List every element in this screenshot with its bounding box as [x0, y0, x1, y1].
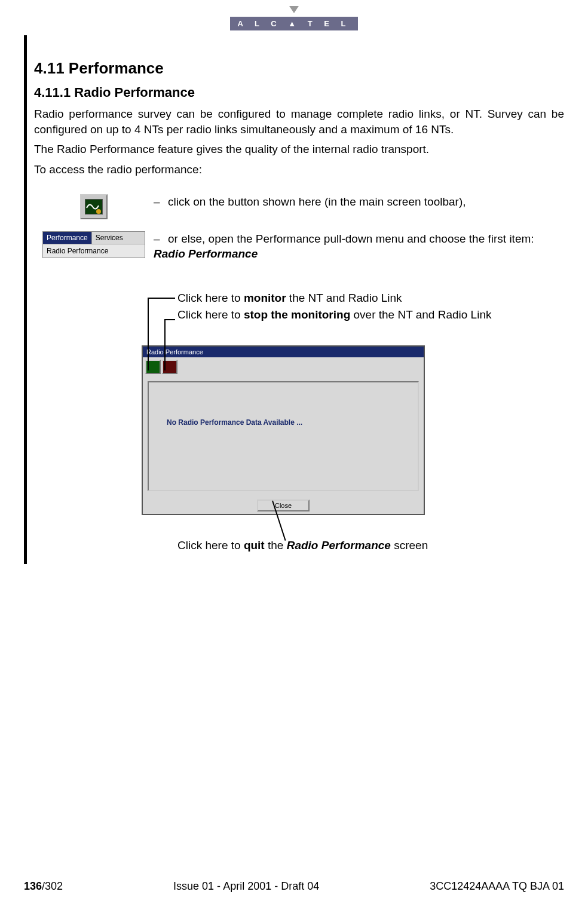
subsection-heading: 4.11.1 Radio Performance: [34, 85, 564, 100]
page-number: 136: [24, 880, 42, 892]
callout-quit: Click here to quit the Radio Performance…: [177, 539, 564, 552]
callout-stop-monitoring: Click here to stop the monitoring over t…: [177, 308, 564, 321]
menu-performance-label: Performance: [43, 232, 91, 244]
section-heading: 4.11 Performance: [34, 59, 564, 78]
paragraph: To access the radio performance:: [34, 162, 564, 177]
bullet-dash: –: [154, 194, 168, 210]
page-footer: 136/302 Issue 01 - April 2001 - Draft 04…: [24, 880, 564, 893]
bullet-text: click on the button shown here (in the m…: [168, 195, 466, 208]
performance-toolbar-icon: [80, 194, 108, 219]
callout-monitor: Click here to monitor the NT and Radio L…: [177, 292, 564, 305]
paragraph: Radio performance survey can be configur…: [34, 106, 564, 137]
menu-services-label: Services: [91, 232, 127, 244]
paragraph: The Radio Performance feature gives the …: [34, 142, 564, 157]
page-total: /302: [42, 880, 63, 892]
menu-item-radio-performance: Radio Performance: [43, 244, 145, 258]
down-triangle-icon: [288, 5, 300, 14]
footer-right: 3CC12424AAAA TQ BJA 01: [430, 880, 564, 893]
bullet-text: or else, open the Performance pull-down …: [168, 232, 534, 245]
bullet-dash: –: [154, 231, 168, 247]
window-message: No Radio Performance Data Available ...: [167, 418, 302, 427]
footer-center: Issue 01 - April 2001 - Draft 04: [173, 880, 319, 893]
brand-logo: A L C ▲ T E L: [0, 0, 588, 35]
svg-marker-0: [289, 6, 299, 13]
radio-performance-window: Radio Performance No Radio Performance D…: [142, 345, 425, 515]
close-button: Close: [257, 500, 310, 511]
brand-text: A L C ▲ T E L: [230, 17, 357, 30]
bullet-emphasis: Radio Performance: [154, 247, 258, 260]
svg-point-1: [96, 209, 101, 214]
menu-screenshot: Performance Services Radio Performance: [42, 231, 145, 258]
window-title: Radio Performance: [143, 347, 424, 357]
